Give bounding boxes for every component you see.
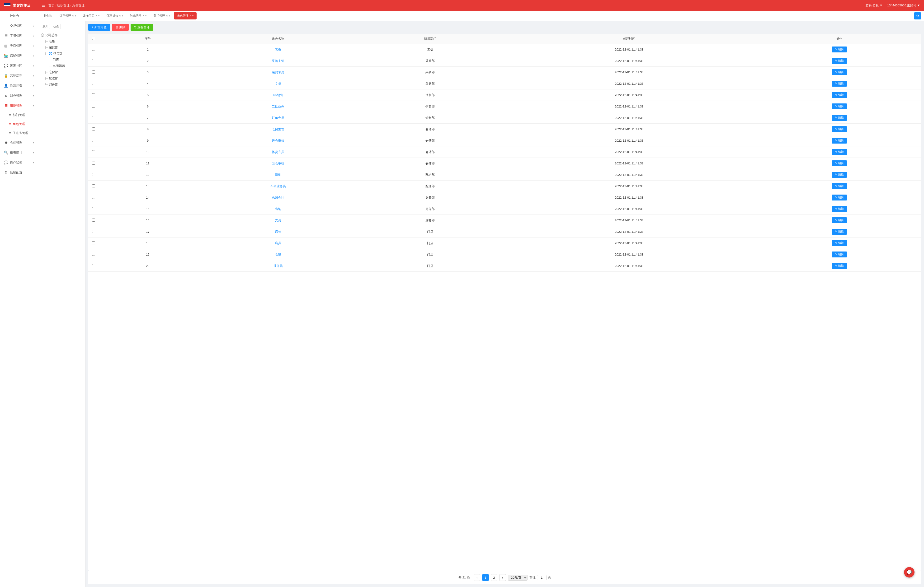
row-checkbox[interactable] [92, 230, 95, 233]
edit-role-button[interactable]: ✎ 编辑 [832, 69, 847, 75]
edit-role-button[interactable]: ✎ 编辑 [832, 92, 847, 98]
sidebar-item-goods[interactable]: ☰ 宝贝管理 ▾ [0, 31, 38, 41]
edit-role-button[interactable]: ✎ 编辑 [832, 58, 847, 64]
tab-publish[interactable]: 发布宝贝 ✕ ▾ [80, 12, 102, 20]
row-role-name[interactable]: 车销业务员 [196, 181, 360, 192]
tab-deptmgr-close[interactable]: ✕ [166, 15, 168, 17]
row-checkbox[interactable] [92, 161, 95, 164]
sidebar-sub-item-account[interactable]: ≡ 子账号管理 [0, 128, 38, 138]
row-role-name[interactable]: 进仓审核 [196, 135, 360, 146]
row-role-name[interactable]: 订单专员 [196, 112, 360, 123]
tab-publish-close[interactable]: ✕ [96, 15, 97, 17]
row-role-name[interactable]: 采购专员 [196, 67, 360, 78]
row-checkbox[interactable] [92, 173, 95, 176]
sidebar-item-trade[interactable]: ↕ 交易管理 ▾ [0, 21, 38, 31]
row-checkbox[interactable] [92, 241, 95, 244]
edit-role-button[interactable]: ✎ 编辑 [832, 115, 847, 121]
view-all-button[interactable]: Q 查看全部 [130, 24, 153, 31]
sidebar-item-category[interactable]: ▤ 类目管理 ▾ [0, 41, 38, 51]
row-checkbox[interactable] [92, 105, 95, 108]
tree-node-sales[interactable]: ├─ ○ 销售部 [45, 51, 82, 57]
tree-node-purchase[interactable]: ├─ 采购部 [45, 44, 82, 51]
tree-collapse-btn[interactable]: 折叠 [52, 24, 61, 29]
tree-node-delivery[interactable]: ├─ 配送部 [45, 75, 82, 81]
tree-expand-btn[interactable]: 展开 [41, 24, 50, 29]
sidebar-item-logistics[interactable]: 👤 物流运费 ▾ [0, 81, 38, 90]
tree-node-boss[interactable]: ├─ 老板 [45, 38, 82, 44]
page-2-btn[interactable]: 2 [491, 574, 497, 581]
row-checkbox[interactable] [92, 139, 95, 142]
row-checkbox[interactable] [92, 264, 95, 267]
tree-node-company[interactable]: ○ 公司总部 [41, 32, 82, 38]
tree-node-store-node[interactable]: ├─ 门店 [48, 57, 82, 63]
tab-rolemgr-close[interactable]: ✕ [190, 15, 191, 17]
edit-role-button[interactable]: ✎ 编辑 [832, 160, 847, 166]
tab-dashboard[interactable]: 控制台 [41, 12, 56, 20]
edit-role-button[interactable]: ✎ 编辑 [832, 229, 847, 235]
row-role-name[interactable]: 文员 [196, 78, 360, 89]
row-checkbox[interactable] [92, 127, 95, 130]
row-checkbox[interactable] [92, 82, 95, 85]
page-goto-input[interactable] [537, 575, 546, 580]
row-role-name[interactable]: 出纳 [196, 203, 360, 215]
sidebar-item-shopconfig[interactable]: ⚙ 店铺配置 [0, 168, 38, 178]
edit-role-button[interactable]: ✎ 编辑 [832, 263, 847, 269]
tab-flash[interactable]: 秒杀活动 ✕ ▾ [127, 12, 150, 20]
row-checkbox[interactable] [92, 48, 95, 51]
page-size-select[interactable]: 20条/页 [508, 575, 528, 580]
edit-role-button[interactable]: ✎ 编辑 [832, 206, 847, 212]
delete-button[interactable]: 🗑 删除 [112, 24, 129, 31]
row-role-name[interactable]: 总账会计 [196, 192, 360, 203]
row-role-name[interactable]: KA销售 [196, 89, 360, 101]
tab-discount-close[interactable]: ✕ [119, 15, 121, 17]
row-checkbox[interactable] [92, 93, 95, 96]
select-all-checkbox[interactable] [92, 37, 95, 40]
row-checkbox[interactable] [92, 207, 95, 210]
row-role-name[interactable]: 店长 [196, 226, 360, 237]
edit-role-button[interactable]: ✎ 编辑 [832, 183, 847, 189]
next-page-btn[interactable]: › [499, 574, 506, 581]
sidebar-item-warehouse[interactable]: ◉ 仓储管理 ▾ [0, 138, 38, 148]
tree-node-warehouse-node[interactable]: ├─ 仓储部 [45, 69, 82, 75]
tree-node-finance-node[interactable]: └─ 财务部 [45, 81, 82, 87]
sidebar-item-marketing[interactable]: 🔒 营销活动 ▾ [0, 71, 38, 81]
row-checkbox[interactable] [92, 59, 95, 62]
row-role-name[interactable]: 出仓审核 [196, 158, 360, 169]
menu-toggle-icon[interactable]: ☰ [42, 3, 46, 8]
tab-discount[interactable]: 优惠折扣 ✕ ▾ [104, 12, 126, 20]
edit-role-button[interactable]: ✎ 编辑 [832, 46, 847, 53]
row-role-name[interactable]: 二批业务 [196, 101, 360, 112]
row-checkbox[interactable] [92, 116, 95, 119]
row-role-name[interactable]: 业务员 [196, 260, 360, 272]
row-checkbox[interactable] [92, 184, 95, 187]
sidebar-item-monitor[interactable]: 💬 操作监控 ▾ [0, 158, 38, 168]
row-role-name[interactable]: 收银 [196, 249, 360, 260]
row-role-name[interactable]: 店员 [196, 237, 360, 249]
sidebar-item-community[interactable]: 💬 逛逛社区 ▾ [0, 61, 38, 71]
tab-rolemgr[interactable]: 角色管理 ✕ ▾ [174, 12, 196, 20]
edit-role-button[interactable]: ✎ 编辑 [832, 240, 847, 246]
row-checkbox[interactable] [92, 71, 95, 74]
sidebar-item-finance[interactable]: ¥ 财务管理 ▾ [0, 90, 38, 100]
tab-order-close[interactable]: ✕ [72, 15, 74, 17]
sidebar-item-org[interactable]: ☰ 组织管理 ▾ [0, 100, 38, 110]
row-role-name[interactable]: 文员 [196, 215, 360, 226]
tab-flash-close[interactable]: ✕ [142, 15, 144, 17]
edit-role-button[interactable]: ✎ 编辑 [832, 126, 847, 132]
account-info[interactable]: 13444555666:主账号 ▼ [887, 3, 920, 8]
row-checkbox[interactable] [92, 150, 95, 153]
page-1-btn[interactable]: 1 [482, 574, 489, 581]
edit-role-button[interactable]: ✎ 编辑 [832, 149, 847, 155]
row-checkbox[interactable] [92, 196, 95, 199]
user-name[interactable]: 老板-老板 ▼ [865, 3, 883, 8]
tab-order[interactable]: 订单管理 ✕ ▾ [56, 12, 79, 20]
row-checkbox[interactable] [92, 253, 95, 256]
edit-role-button[interactable]: ✎ 编辑 [832, 81, 847, 87]
edit-role-button[interactable]: ✎ 编辑 [832, 104, 847, 109]
breadcrumb-home[interactable]: 首页 [48, 3, 54, 7]
sidebar-item-report[interactable]: 🔍 报表统计 ▾ [0, 148, 38, 158]
sidebar-item-dashboard[interactable]: ⊞ 控制台 [0, 11, 38, 21]
breadcrumb-role[interactable]: 角色管理 [72, 3, 84, 7]
edit-role-button[interactable]: ✎ 编辑 [832, 138, 847, 143]
row-role-name[interactable]: 司机 [196, 169, 360, 181]
